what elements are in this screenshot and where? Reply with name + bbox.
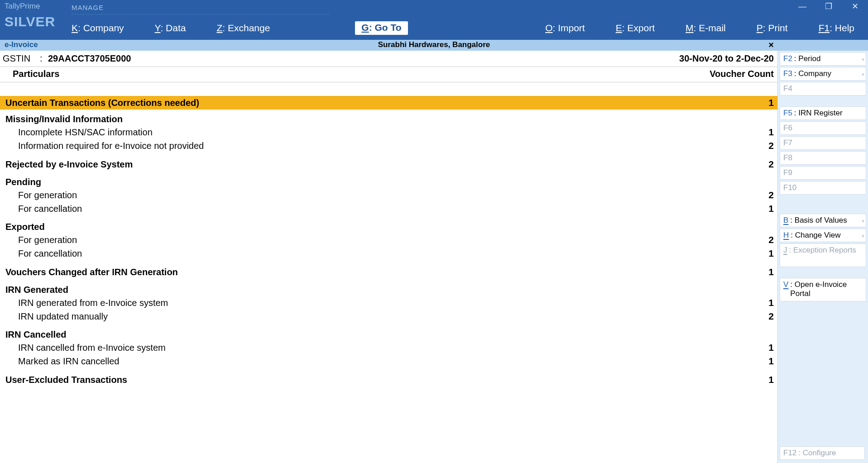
chevron-left-icon: ‹ [862,71,864,77]
btn-label: : Basis of Values [790,216,847,225]
key-label: B [783,216,788,225]
row-vouchers-changed[interactable]: Vouchers Changed after IRN Generation 1 [0,260,777,278]
manage-underline [72,14,330,14]
btn-label: : Change View [791,231,840,240]
app-edition: SILVER [5,14,55,29]
report-period: 30-Nov-20 to 2-Dec-20 [679,53,774,64]
row-count: 2 [747,159,774,170]
side-f10: F10 [780,181,866,195]
manage-label[interactable]: MANAGE [72,4,104,11]
col-voucher-count: Voucher Count [710,69,774,79]
side-gap [778,196,868,212]
row-label: Information required for e-Invoice not p… [5,141,747,151]
menu-email[interactable]: M: E-mail [686,23,726,33]
row-count: 1 [747,267,774,277]
window-close-icon[interactable]: ✕ [842,0,868,13]
row-rejected[interactable]: Rejected by e-Invoice System 2 [0,153,777,171]
menu-goto[interactable]: G: Go To [355,21,408,35]
row-exported-generation[interactable]: For generation 2 [0,233,777,247]
btn-label: : IRN Register [794,109,843,118]
side-f8: F8 [780,151,866,165]
row-count: 2 [747,234,774,245]
row-count: 1 [747,127,774,138]
row-count: 2 [747,140,774,151]
row-irn-generated-system[interactable]: IRN generated from e-Invoice system 1 [0,296,777,310]
menu-data[interactable]: Y: Data [155,23,186,33]
gap [0,82,777,96]
row-label: Marked as IRN cancelled [5,356,747,367]
row-missing-header[interactable]: Missing/Invalid Information [0,110,777,125]
key-label: F9 [783,168,792,177]
row-label: IRN updated manually [5,311,747,322]
row-incomplete-hsn[interactable]: Incomplete HSN/SAC information 1 [0,125,777,139]
key-label: F12 [783,449,796,458]
row-count: 1 [747,356,774,367]
row-pending-header[interactable]: Pending [0,171,777,188]
side-f2-period[interactable]: F2: Period ‹ [780,52,866,66]
side-gap [778,268,868,277]
key-label: J [783,246,787,255]
window-maximize-icon[interactable]: ❐ [815,0,842,13]
btn-label: : Configure [798,449,836,458]
row-uncertain[interactable]: Uncertain Transactions (Corrections need… [0,96,777,110]
menu-exchange[interactable]: Z: Exchange [216,23,270,33]
window-minimize-icon[interactable]: — [789,0,815,13]
close-report-icon[interactable]: × [768,40,774,50]
row-irn-cancelled-header[interactable]: IRN Cancelled [0,323,777,341]
side-f3-company[interactable]: F3: Company ‹ [780,67,866,81]
gstin-colon: : [40,53,48,64]
side-f5-irn-register[interactable]: F5: IRN Register [780,106,866,120]
side-v-open-einvoice-portal[interactable]: V: Open e-Invoice Portal [780,278,866,301]
side-f9: F9 [780,166,866,180]
side-f7: F7 [780,136,866,150]
screen-title: e-Invoice [5,40,38,49]
key-label: F8 [783,153,792,162]
chevron-left-icon: ‹ [862,232,864,239]
row-pending-cancellation[interactable]: For cancellation 1 [0,202,777,215]
row-count: 1 [747,342,774,353]
row-label: IRN Generated [5,285,747,295]
menu-company[interactable]: K: Company [72,23,124,33]
row-user-excluded[interactable]: User-Excluded Transactions 1 [0,368,777,386]
key-label: F5 [783,109,792,118]
row-info-required[interactable]: Information required for e-Invoice not p… [0,139,777,153]
row-count: 1 [747,297,774,308]
key-label: F7 [783,138,792,148]
row-irn-cancelled-system[interactable]: IRN cancelled from e-Invoice system 1 [0,341,777,354]
key-label: F6 [783,124,792,133]
gstin-value: 29AACCT3705E000 [48,53,679,64]
menu-export[interactable]: E: Export [616,23,655,33]
chevron-left-icon: ‹ [862,56,864,62]
menu-print[interactable]: P: Print [757,23,788,33]
btn-label: : Period [794,54,821,63]
row-label: Uncertain Transactions (Corrections need… [5,98,747,108]
menu-help[interactable]: F1: Help [819,23,854,33]
side-f12-configure[interactable]: F12: Configure [780,446,865,460]
side-h-change-view[interactable]: H: Change View ‹ [780,229,866,242]
app-name-small: TallyPrime [5,2,40,11]
row-exported-header[interactable]: Exported [0,215,777,233]
row-label: IRN cancelled from e-Invoice system [5,343,747,353]
row-irn-updated-manually[interactable]: IRN updated manually 2 [0,310,777,323]
row-label: User-Excluded Transactions [5,375,747,385]
row-label: For generation [5,190,747,200]
row-pending-generation[interactable]: For generation 2 [0,188,777,202]
row-label: Pending [5,177,747,187]
col-particulars: Particulars [13,69,710,79]
side-f4: F4 [780,82,866,95]
row-label: For cancellation [5,248,747,259]
row-count: 1 [747,248,774,259]
btn-label: : Open e-Invoice Portal [790,280,863,298]
row-count: 2 [747,311,774,322]
row-irn-generated-header[interactable]: IRN Generated [0,278,777,296]
key-label: F10 [783,183,796,192]
row-count: 2 [747,190,774,200]
row-label: For generation [5,235,747,245]
row-marked-irn-cancelled[interactable]: Marked as IRN cancelled 1 [0,354,777,368]
side-f6: F6 [780,121,866,135]
side-gap [778,97,868,105]
row-exported-cancellation[interactable]: For cancellation 1 [0,247,777,260]
key-label: H [783,231,789,240]
menu-import[interactable]: O: Import [545,23,585,33]
side-b-basis-of-values[interactable]: B: Basis of Values ‹ [780,214,866,227]
